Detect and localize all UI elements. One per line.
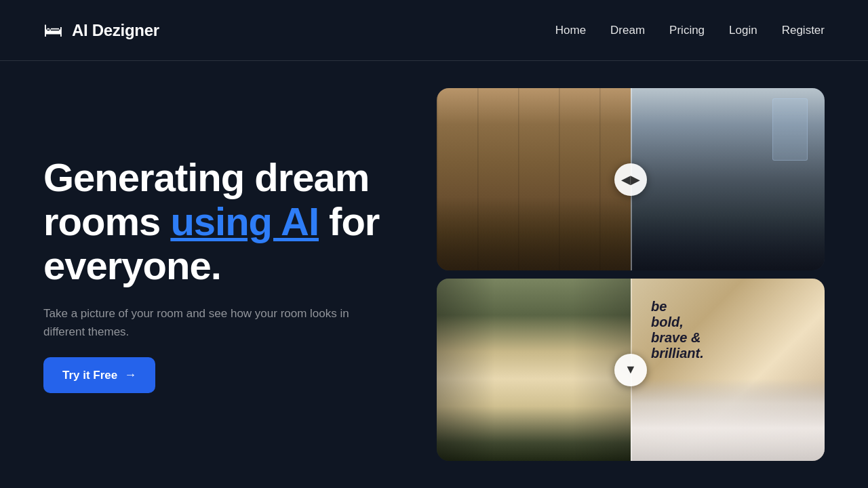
nav-dream[interactable]: Dream	[610, 24, 645, 37]
hero-title: Generating dream rooms using AI for ever…	[43, 156, 410, 288]
header: 🛏 AI Dezigner Home Dream Pricing Login R…	[0, 0, 868, 61]
main-content: Generating dream rooms using AI for ever…	[0, 61, 868, 488]
bottom-toggle-icon: ▼	[625, 363, 637, 377]
top-right-room	[631, 88, 825, 270]
hero-title-highlight: using AI	[170, 199, 319, 243]
main-nav: Home Dream Pricing Login Register	[555, 24, 825, 37]
sofa-overlay	[631, 379, 825, 461]
bottom-toggle-button[interactable]: ▼	[614, 354, 647, 386]
top-left-room	[437, 88, 631, 270]
bold-line2: bold,	[651, 314, 704, 330]
top-room-container: ◀▶	[437, 88, 825, 270]
logo-icon: 🛏	[43, 21, 62, 40]
nav-login[interactable]: Login	[729, 24, 757, 37]
top-toggle-button[interactable]: ◀▶	[614, 163, 647, 196]
bottom-right-room: be bold, brave & brilliant.	[631, 279, 825, 461]
top-toggle-icon: ◀▶	[621, 172, 640, 187]
bold-text-overlay: be bold, brave & brilliant.	[651, 299, 704, 361]
hero-left: Generating dream rooms using AI for ever…	[43, 156, 410, 393]
bottom-image-card: be bold, brave & brilliant. ▼	[437, 279, 825, 461]
try-it-free-button[interactable]: Try it Free →	[43, 357, 155, 393]
cta-label: Try it Free	[62, 369, 117, 382]
logo-area: 🛏 AI Dezigner	[43, 21, 159, 40]
cta-arrow-icon: →	[124, 368, 136, 382]
nav-pricing[interactable]: Pricing	[669, 24, 705, 37]
hero-right: ◀▶ be bold, brave & brilliant.	[437, 75, 825, 474]
brand-name: AI Dezigner	[72, 21, 159, 40]
bold-line4: brilliant.	[651, 346, 704, 361]
bottom-room-container: be bold, brave & brilliant. ▼	[437, 279, 825, 461]
bold-line1: be	[651, 299, 704, 314]
hero-subtitle: Take a picture of your room and see how …	[43, 304, 369, 341]
bottom-left-room	[437, 279, 631, 461]
nav-register[interactable]: Register	[782, 24, 825, 37]
bold-line3: brave &	[651, 330, 704, 346]
top-image-card: ◀▶	[437, 88, 825, 270]
nav-home[interactable]: Home	[555, 24, 586, 37]
